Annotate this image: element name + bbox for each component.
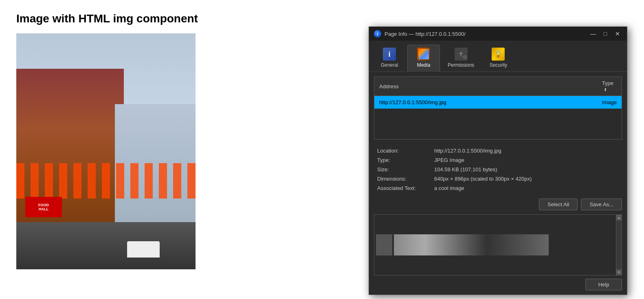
info-dimensions-row: Dimensions: 640px × 896px (scaled to 300… [377,176,619,182]
tab-permissions-label: Permissions [448,62,474,68]
titlebar-controls: — □ ✕ [589,29,622,38]
page-title: Image with HTML img component [16,12,628,25]
save-as-button[interactable]: Save As... [581,199,622,210]
info-location-row: Location: http://127.0.0.1:5500/img.jpg [377,148,619,154]
preview-thumb-small [376,234,392,255]
cell-type: Image [597,96,622,109]
location-value: http://127.0.0.1:5500/img.jpg [434,148,501,154]
firefox-icon [374,30,381,37]
column-address: Address [374,77,597,96]
tab-media-label: Media [417,62,431,68]
scrollbar-up-button[interactable]: ▲ [616,215,622,220]
image-van [127,241,160,258]
preview-image-strip [374,215,557,275]
dimensions-value: 640px × 896px (scaled to 300px × 420px) [434,176,532,182]
close-button[interactable]: ✕ [613,29,622,38]
content-area: Address Type ⬆ http://127.0.0.1:5500/img… [369,72,627,295]
tabs-area: General Media Permissions Security [369,41,627,72]
location-label: Location: [377,148,434,154]
help-button[interactable]: Help [585,279,622,290]
info-size-row: Size: 104.59 KB (107,101 bytes) [377,166,619,172]
tab-security-label: Security [490,62,507,68]
media-table: Address Type ⬆ http://127.0.0.1:5500/img… [374,77,622,109]
tab-general[interactable]: General [373,45,406,71]
media-table-wrapper: Address Type ⬆ http://127.0.0.1:5500/img… [374,76,622,140]
type-value: JPEG Image [434,157,464,163]
size-label: Size: [377,166,434,172]
page-info-dialog: Page Info — http://127.0.0.1:5500/ — □ ✕… [369,26,627,295]
titlebar-title: Page Info — http://127.0.0.1:5500/ [385,31,589,37]
column-type: Type ⬆ [597,77,622,96]
sort-icon: ⬆ [604,87,607,92]
info-associated-text-row: Associated Text: a cool image [377,185,619,191]
image-street [16,222,196,269]
image-decorations [16,163,196,199]
action-buttons-row: Select All Save As... [369,194,627,214]
table-empty-space [374,109,622,140]
table-row[interactable]: http://127.0.0.1:5500/img.jpg Image [374,96,622,109]
media-tab-icon [417,48,430,61]
info-type-row: Type: JPEG Image [377,157,619,163]
select-all-button[interactable]: Select All [539,199,578,210]
dimensions-label: Dimensions: [377,176,434,182]
page-image: FOODHALL [16,33,196,269]
table-header-row: Address Type ⬆ [374,77,622,96]
size-value: 104.59 KB (107,101 bytes) [434,166,497,172]
maximize-button[interactable]: □ [601,29,610,38]
preview-thumb-main [394,234,549,255]
associated-text-label: Associated Text: [377,185,434,191]
cell-address: http://127.0.0.1:5500/img.jpg [374,96,597,109]
scrollbar-down-button[interactable]: ▼ [616,269,622,275]
minimize-button[interactable]: — [589,29,598,38]
preview-area: ▲ ▼ [374,214,622,275]
type-label: Type: [377,157,434,163]
security-tab-icon [492,48,505,61]
tab-permissions[interactable]: Permissions [442,45,480,71]
tab-general-label: General [381,62,398,68]
info-area: Location: http://127.0.0.1:5500/img.jpg … [369,144,627,194]
tab-security[interactable]: Security [482,45,514,71]
associated-text-value: a cool image [434,185,464,191]
image-food-sign: FOODHALL [25,197,62,217]
titlebar: Page Info — http://127.0.0.1:5500/ — □ ✕ [369,27,627,41]
permissions-tab-icon [455,48,468,61]
help-row: Help [369,275,627,295]
tab-media[interactable]: Media [407,45,440,71]
preview-scrollbar[interactable]: ▲ ▼ [616,215,622,275]
general-tab-icon [383,48,396,61]
